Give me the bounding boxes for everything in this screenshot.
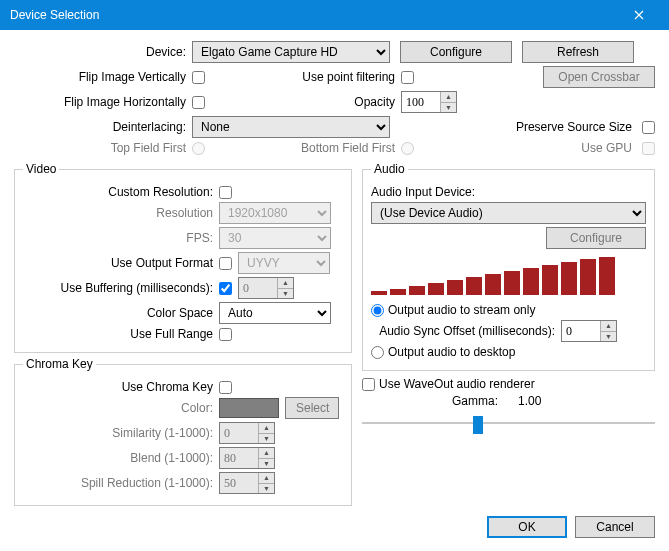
video-legend: Video <box>23 162 59 176</box>
resolution-label: Resolution <box>23 206 219 220</box>
output-fmt-select: UYVY <box>238 252 330 274</box>
audio-level-bars <box>371 255 646 295</box>
audio-bar <box>409 286 425 295</box>
full-range-checkbox[interactable] <box>219 328 232 341</box>
flip-v-checkbox[interactable] <box>192 71 205 84</box>
spinner-arrows[interactable]: ▲▼ <box>600 321 616 341</box>
use-gpu-checkbox <box>642 142 655 155</box>
device-label: Device: <box>14 45 192 59</box>
opacity-input[interactable] <box>402 92 440 112</box>
window-title: Device Selection <box>10 8 99 22</box>
close-button[interactable] <box>616 0 661 30</box>
spinner-arrows: ▲▼ <box>258 423 274 443</box>
top-field-label: Top Field First <box>14 141 192 155</box>
bottom-field-radio <box>401 142 414 155</box>
waveout-checkbox[interactable] <box>362 378 375 391</box>
audio-bar <box>523 268 539 295</box>
chroma-color-swatch <box>219 398 279 418</box>
sync-spinner[interactable]: ▲▼ <box>561 320 617 342</box>
use-output-fmt-label: Use Output Format <box>23 256 219 270</box>
color-space-select[interactable]: Auto <box>219 302 331 324</box>
spill-input <box>220 473 258 493</box>
output-stream-label: Output audio to stream only <box>388 303 535 317</box>
spill-spinner: ▲▼ <box>219 472 275 494</box>
buffer-input <box>239 278 277 298</box>
flip-h-label: Flip Image Horizontally <box>14 95 192 109</box>
flip-h-checkbox[interactable] <box>192 96 205 109</box>
audio-bar <box>504 271 520 295</box>
titlebar: Device Selection <box>0 0 669 30</box>
top-field-radio <box>192 142 205 155</box>
spinner-arrows: ▲▼ <box>277 278 293 298</box>
use-buffer-label: Use Buffering (milliseconds): <box>23 281 219 295</box>
audio-bar <box>599 257 615 295</box>
full-range-label: Use Full Range <box>23 327 219 341</box>
use-chroma-label: Use Chroma Key <box>23 380 219 394</box>
gamma-label: Gamma: <box>452 394 498 408</box>
blend-spinner: ▲▼ <box>219 447 275 469</box>
similarity-input <box>220 423 258 443</box>
audio-configure-button: Configure <box>546 227 646 249</box>
flip-v-label: Flip Image Vertically <box>14 70 192 84</box>
deinterlace-label: Deinterlacing: <box>14 120 192 134</box>
sync-input[interactable] <box>562 321 600 341</box>
chroma-select-button: Select <box>285 397 339 419</box>
spill-label: Spill Reduction (1-1000): <box>23 476 219 490</box>
output-stream-radio[interactable] <box>371 304 384 317</box>
audio-legend: Audio <box>371 162 408 176</box>
use-buffer-checkbox[interactable] <box>219 282 232 295</box>
use-chroma-checkbox[interactable] <box>219 381 232 394</box>
audio-bar <box>371 291 387 295</box>
sync-label: Audio Sync Offset (milliseconds): <box>371 324 561 338</box>
similarity-spinner: ▲▼ <box>219 422 275 444</box>
spinner-arrows: ▲▼ <box>258 448 274 468</box>
audio-device-select[interactable]: (Use Device Audio) <box>371 202 646 224</box>
close-icon <box>634 10 644 20</box>
spinner-arrows: ▲▼ <box>258 473 274 493</box>
output-desktop-label: Output audio to desktop <box>388 345 515 359</box>
spinner-arrows[interactable]: ▲▼ <box>440 92 456 112</box>
audio-bar <box>447 280 463 295</box>
blend-input <box>220 448 258 468</box>
use-gpu-label: Use GPU <box>581 141 638 155</box>
ok-button[interactable]: OK <box>487 516 567 538</box>
refresh-button[interactable]: Refresh <box>522 41 634 63</box>
output-desktop-radio[interactable] <box>371 346 384 359</box>
audio-device-label: Audio Input Device: <box>371 185 475 199</box>
color-space-label: Color Space <box>23 306 219 320</box>
opacity-label: Opacity <box>261 95 401 109</box>
gamma-value: 1.00 <box>518 394 541 408</box>
deinterlace-select[interactable]: None <box>192 116 390 138</box>
gamma-thumb[interactable] <box>473 416 483 434</box>
video-group: Video Custom Resolution: Resolution 1920… <box>14 162 352 353</box>
similarity-label: Similarity (1-1000): <box>23 426 219 440</box>
custom-res-label: Custom Resolution: <box>23 185 219 199</box>
audio-bar <box>561 262 577 295</box>
preserve-label: Preserve Source Size <box>516 120 638 134</box>
chroma-color-label: Color: <box>23 401 219 415</box>
open-crossbar-button: Open Crossbar <box>543 66 655 88</box>
audio-bar <box>390 289 406 295</box>
opacity-spinner[interactable]: ▲▼ <box>401 91 457 113</box>
device-select[interactable]: Elgato Game Capture HD <box>192 41 390 63</box>
point-filter-checkbox[interactable] <box>401 71 414 84</box>
audio-bar <box>580 259 596 295</box>
blend-label: Blend (1-1000): <box>23 451 219 465</box>
configure-button[interactable]: Configure <box>400 41 512 63</box>
audio-group: Audio Audio Input Device: (Use Device Au… <box>362 162 655 371</box>
cancel-button[interactable]: Cancel <box>575 516 655 538</box>
fps-label: FPS: <box>23 231 219 245</box>
chroma-legend: Chroma Key <box>23 357 96 371</box>
audio-bar <box>428 283 444 295</box>
audio-bar <box>542 265 558 295</box>
chroma-group: Chroma Key Use Chroma Key Color: Select … <box>14 357 352 506</box>
point-filter-label: Use point filtering <box>261 70 401 84</box>
custom-res-checkbox[interactable] <box>219 186 232 199</box>
gamma-slider[interactable] <box>362 414 655 432</box>
use-output-fmt-checkbox[interactable] <box>219 257 232 270</box>
bottom-field-label: Bottom Field First <box>261 141 401 155</box>
audio-bar <box>485 274 501 295</box>
waveout-label: Use WaveOut audio renderer <box>379 377 535 391</box>
buffer-spinner: ▲▼ <box>238 277 294 299</box>
preserve-checkbox[interactable] <box>642 121 655 134</box>
